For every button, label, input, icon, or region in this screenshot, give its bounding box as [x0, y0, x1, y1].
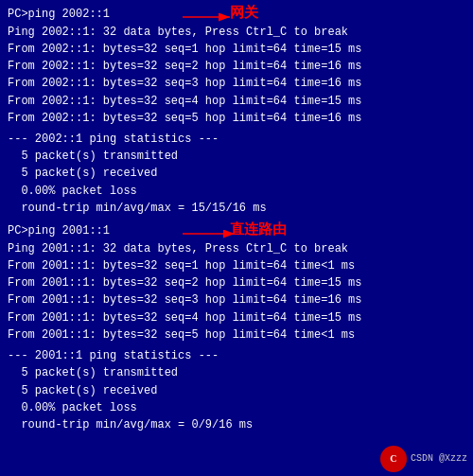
stats-2: --- 2001::1 ping statistics --- 5 packet…	[8, 347, 465, 433]
ping-output-1: Ping 2002::1: 32 data bytes, Press Ctrl_…	[8, 24, 465, 127]
prompt-1: PC>ping 2002::1	[8, 8, 110, 21]
ping-header-1: Ping 2002::1: 32 data bytes, Press Ctrl_…	[8, 24, 465, 41]
stats-2-rtt: round-trip min/avg/max = 0/9/16 ms	[8, 416, 465, 433]
ping-reply-1-2: From 2002::1: bytes=32 seq=2 hop limit=6…	[8, 58, 465, 75]
section1: PC>ping 2002::1 网关	[8, 6, 465, 24]
stats-1: --- 2002::1 ping statistics --- 5 packet…	[8, 131, 465, 217]
stats-1-transmitted: 5 packet(s) transmitted	[8, 148, 465, 165]
ping-reply-1-5: From 2002::1: bytes=32 seq=5 hop limit=6…	[8, 110, 465, 127]
watermark: C CSDN @Xzzz	[380, 446, 467, 472]
stats-2-loss: 0.00% packet loss	[8, 399, 465, 416]
annotation-label-1: 网关	[230, 2, 258, 24]
ping-header-2: Ping 2001::1: 32 data bytes, Press Ctrl_…	[8, 240, 465, 257]
stats-1-rtt: round-trip min/avg/max = 15/15/16 ms	[8, 200, 465, 217]
ping-reply-1-3: From 2002::1: bytes=32 seq=3 hop limit=6…	[8, 75, 465, 92]
stats-2-transmitted: 5 packet(s) transmitted	[8, 364, 465, 381]
ping-output-2: Ping 2001::1: 32 data bytes, Press Ctrl_…	[8, 240, 465, 344]
ping-reply-2-3: From 2001::1: bytes=32 seq=3 hop limit=6…	[8, 291, 465, 309]
stats-1-loss: 0.00% packet loss	[8, 183, 465, 200]
prompt-2: PC>ping 2001::1	[8, 224, 110, 238]
ping-reply-2-1: From 2001::1: bytes=32 seq=1 hop limit=6…	[8, 257, 465, 274]
stats-1-received: 5 packet(s) received	[8, 165, 465, 182]
stats-2-received: 5 packet(s) received	[8, 382, 465, 399]
ping-reply-2-4: From 2001::1: bytes=32 seq=4 hop limit=6…	[8, 309, 465, 326]
stats-2-header: --- 2001::1 ping statistics ---	[8, 347, 465, 364]
stats-1-header: --- 2002::1 ping statistics ---	[8, 131, 465, 148]
terminal-window: PC>ping 2002::1 网关 Ping 2002::1: 32 data…	[0, 0, 473, 476]
watermark-text: CSDN @Xzzz	[411, 451, 467, 467]
ping-reply-1-1: From 2002::1: bytes=32 seq=1 hop limit=6…	[8, 41, 465, 58]
ping-reply-2-2: From 2001::1: bytes=32 seq=2 hop limit=6…	[8, 274, 465, 291]
annotation-label-2: 直连路由	[230, 219, 287, 240]
ping-reply-1-4: From 2002::1: bytes=32 seq=4 hop limit=6…	[8, 93, 465, 110]
csdn-logo: C	[380, 446, 407, 472]
section2: PC>ping 2001::1 直连路由	[8, 222, 465, 240]
ping-reply-2-5: From 2001::1: bytes=32 seq=5 hop limit=6…	[8, 326, 465, 344]
